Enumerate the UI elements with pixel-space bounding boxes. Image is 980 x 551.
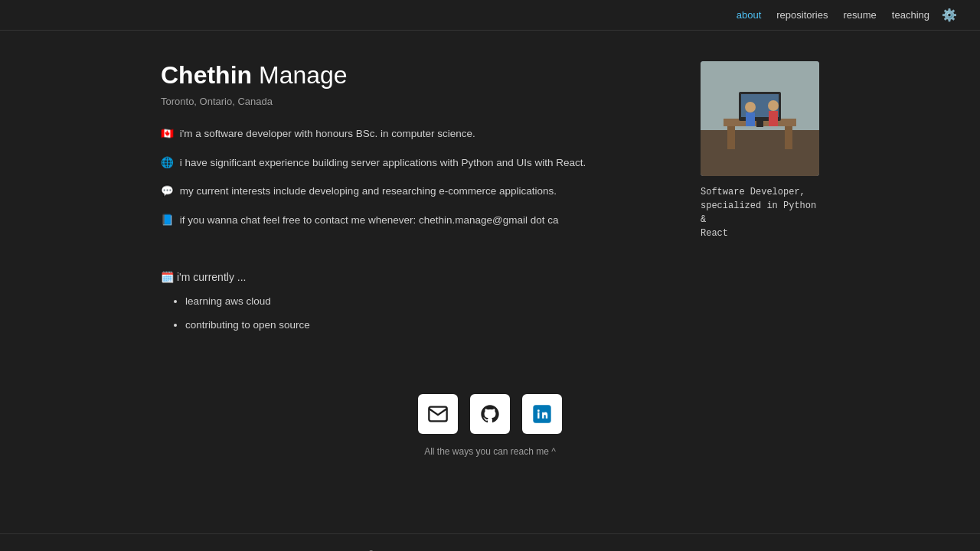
profile-image [701, 61, 819, 176]
svg-rect-12 [769, 111, 778, 126]
svg-rect-5 [785, 126, 792, 149]
bio-line-4: 📘 if you wanna chat feel free to contact… [161, 212, 590, 229]
book-icon: 📘 [161, 214, 174, 226]
linkedin-link[interactable] [522, 394, 562, 434]
bio-line-3: 💬 my current interests include developin… [161, 183, 590, 200]
header-left: Chethin Manage Toronto, Ontario, Canada … [161, 61, 590, 240]
social-caption: All the ways you can reach me ^ [424, 446, 556, 457]
navbar: about repositories resume teaching ⚙️ [0, 0, 980, 31]
social-section: All the ways you can reach me ^ [161, 394, 819, 487]
github-link[interactable] [470, 394, 510, 434]
page-title: Chethin Manage [161, 61, 590, 90]
profile-caption: Software Developer,specialized in Python… [701, 185, 819, 240]
social-icons [418, 394, 562, 434]
speech-icon: 💬 [161, 185, 174, 197]
settings-icon[interactable]: ⚙️ [942, 8, 957, 22]
linkedin-icon [531, 403, 553, 425]
last-name: Manage [259, 61, 348, 89]
currently-section: 🗓️ i'm currently ... learning aws cloud … [161, 271, 819, 333]
bio-section: 🇨🇦 i'm a software developer with honours… [161, 126, 590, 228]
list-item: contributing to open source [185, 318, 819, 333]
calendar-icon: 🗓️ [161, 271, 174, 283]
email-icon [427, 403, 449, 425]
nav-link-teaching[interactable]: teaching [892, 9, 929, 21]
bio-line-2: 🌐 i have significant experience building… [161, 155, 590, 171]
nav-link-about[interactable]: about [737, 9, 762, 21]
svg-rect-8 [756, 121, 763, 127]
svg-point-11 [768, 100, 779, 111]
profile-photo-svg [701, 61, 819, 176]
globe-icon: 🌐 [161, 157, 174, 168]
currently-heading: 🗓️ i'm currently ... [161, 271, 819, 283]
currently-list: learning aws cloud contributing to open … [161, 294, 819, 333]
footer: © Copyright 2024 Chethin Manage. Source … [0, 533, 980, 551]
svg-rect-14 [533, 405, 550, 422]
nav-link-repositories[interactable]: repositories [776, 9, 828, 21]
svg-rect-10 [746, 112, 755, 126]
profile-image-container: Software Developer,specialized in Python… [701, 61, 819, 240]
svg-point-9 [745, 102, 756, 112]
location: Toronto, Ontario, Canada [161, 96, 590, 107]
list-item: learning aws cloud [185, 294, 819, 309]
header-section: Chethin Manage Toronto, Ontario, Canada … [161, 61, 819, 240]
github-icon [479, 403, 501, 425]
bio-line-1: 🇨🇦 i'm a software developer with honours… [161, 126, 590, 142]
main-content: Chethin Manage Toronto, Ontario, Canada … [145, 31, 835, 533]
email-link[interactable] [418, 394, 458, 434]
first-name: Chethin [161, 61, 252, 89]
svg-rect-4 [727, 126, 735, 149]
nav-link-resume[interactable]: resume [843, 9, 876, 21]
flag-icon: 🇨🇦 [161, 128, 174, 139]
svg-rect-2 [701, 130, 819, 176]
